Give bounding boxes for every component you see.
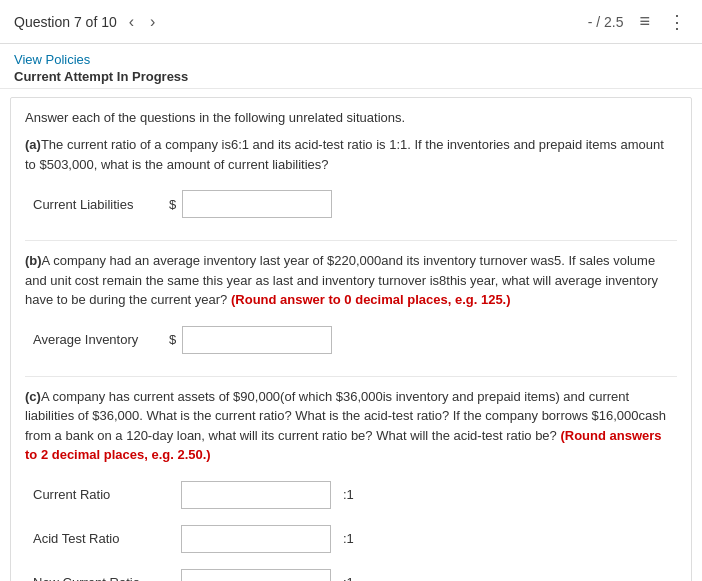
part-a-text: (a)The current ratio of a company is6:1 … bbox=[25, 135, 677, 174]
current-ratio-suffix: :1 bbox=[343, 487, 354, 502]
part-b: (b)A company had an average inventory la… bbox=[25, 251, 677, 360]
part-b-input[interactable] bbox=[182, 326, 332, 354]
more-icon-button[interactable]: ⋮ bbox=[666, 9, 688, 35]
new-current-ratio-input[interactable] bbox=[181, 569, 331, 582]
part-a-dollar: $ bbox=[169, 197, 176, 212]
main-content: View Policies Current Attempt In Progres… bbox=[0, 44, 702, 581]
part-a-input[interactable] bbox=[182, 190, 332, 218]
question-body: Answer each of the questions in the foll… bbox=[10, 97, 692, 581]
part-b-hint: (Round answer to 0 decimal places, e.g. … bbox=[231, 292, 511, 307]
score-display: - / 2.5 bbox=[588, 14, 624, 30]
divider-ab bbox=[25, 240, 677, 241]
new-current-ratio-row: New Current Ratio :1 bbox=[25, 563, 677, 582]
part-b-dollar: $ bbox=[169, 332, 176, 347]
new-current-ratio-suffix: :1 bbox=[343, 575, 354, 581]
question-label: Question 7 of 10 bbox=[14, 14, 117, 30]
part-a-letter: (a) bbox=[25, 137, 41, 152]
part-a-input-row: Current Liabilities $ bbox=[25, 184, 677, 224]
acid-test-ratio-row: Acid Test Ratio :1 bbox=[25, 519, 677, 559]
part-c: (c)A company has current assets of $90,0… bbox=[25, 387, 677, 582]
acid-test-ratio-suffix: :1 bbox=[343, 531, 354, 546]
part-b-label: Average Inventory bbox=[33, 332, 163, 347]
next-button[interactable]: › bbox=[146, 11, 159, 33]
prev-button[interactable]: ‹ bbox=[125, 11, 138, 33]
part-c-inputs: Current Ratio :1 Acid Test Ratio :1 New … bbox=[25, 475, 677, 582]
new-current-ratio-label: New Current Ratio bbox=[33, 575, 173, 581]
divider-bc bbox=[25, 376, 677, 377]
policies-bar: View Policies Current Attempt In Progres… bbox=[0, 44, 702, 89]
part-a: (a)The current ratio of a company is6:1 … bbox=[25, 135, 677, 224]
current-ratio-label: Current Ratio bbox=[33, 487, 173, 502]
top-bar-right: - / 2.5 ≡ ⋮ bbox=[588, 9, 688, 35]
acid-test-ratio-input[interactable] bbox=[181, 525, 331, 553]
view-policies-link[interactable]: View Policies bbox=[14, 52, 90, 67]
current-ratio-input[interactable] bbox=[181, 481, 331, 509]
top-bar-left: Question 7 of 10 ‹ › bbox=[14, 11, 159, 33]
attempt-label: Current Attempt In Progress bbox=[14, 69, 688, 84]
part-c-letter: (c) bbox=[25, 389, 41, 404]
list-icon-button[interactable]: ≡ bbox=[637, 9, 652, 34]
intro-text: Answer each of the questions in the foll… bbox=[25, 110, 677, 125]
part-a-label: Current Liabilities bbox=[33, 197, 163, 212]
acid-test-ratio-label: Acid Test Ratio bbox=[33, 531, 173, 546]
top-bar: Question 7 of 10 ‹ › - / 2.5 ≡ ⋮ bbox=[0, 0, 702, 44]
part-b-text: (b)A company had an average inventory la… bbox=[25, 251, 677, 310]
current-ratio-row: Current Ratio :1 bbox=[25, 475, 677, 515]
part-b-letter: (b) bbox=[25, 253, 42, 268]
part-c-text: (c)A company has current assets of $90,0… bbox=[25, 387, 677, 465]
part-a-content: The current ratio of a company is6:1 and… bbox=[25, 137, 664, 172]
part-b-input-row: Average Inventory $ bbox=[25, 320, 677, 360]
